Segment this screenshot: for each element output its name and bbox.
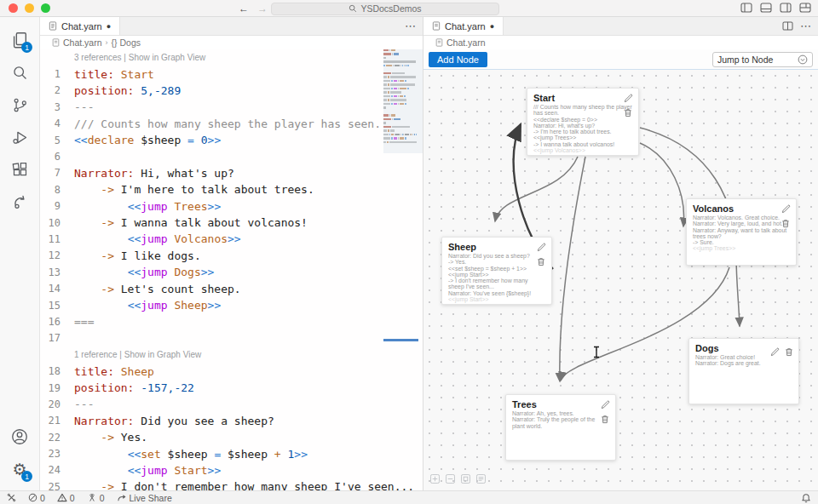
code-line[interactable]: 19position: -157,-22 bbox=[40, 380, 383, 396]
extensions-icon[interactable] bbox=[6, 153, 33, 186]
source-control-icon[interactable] bbox=[6, 89, 33, 121]
node-body-line: Narrator: Did you see a sheep? bbox=[448, 253, 545, 259]
code-line[interactable]: 16=== bbox=[40, 313, 383, 329]
overview-ruler-cursor-marker bbox=[383, 339, 418, 341]
delete-node-icon[interactable] bbox=[785, 347, 793, 357]
more-actions-icon[interactable]: ⋯ bbox=[800, 20, 811, 32]
codelens-link[interactable]: 1 reference | Show in Graph View bbox=[74, 350, 201, 359]
settings-gear-icon[interactable]: ⚙ 1 bbox=[6, 453, 33, 485]
toggle-secondary-sidebar-icon[interactable] bbox=[780, 3, 792, 13]
problems-errors[interactable]: 0 bbox=[28, 493, 45, 503]
customize-layout-icon[interactable] bbox=[799, 3, 811, 13]
vscode-window: ← → YSDocsDemos 1 bbox=[0, 0, 818, 504]
graph-node-start[interactable]: Start/// Counts how many sheep the playe… bbox=[527, 88, 639, 156]
graph-node-sheep[interactable]: SheepNarrator: Did you see a sheep?-> Ye… bbox=[441, 237, 552, 305]
close-window-button[interactable] bbox=[9, 3, 18, 13]
minimize-window-button[interactable] bbox=[25, 3, 34, 13]
code-line[interactable]: 10 -> I wanna talk about volcanos! bbox=[40, 215, 383, 231]
dirty-indicator-icon[interactable]: ● bbox=[107, 22, 111, 31]
more-actions-icon[interactable]: ⋯ bbox=[405, 20, 416, 32]
code-line[interactable]: 21Narrator: Did you see a sheep? bbox=[40, 413, 383, 429]
jump-to-node-dropdown[interactable]: Jump to Node bbox=[712, 52, 813, 67]
code-line[interactable]: 9 <<jump Trees>> bbox=[40, 198, 383, 215]
fit-view-icon[interactable] bbox=[461, 474, 470, 484]
edit-node-icon[interactable] bbox=[781, 204, 791, 214]
codelens-row[interactable]: 3 references | Show in Graph View bbox=[40, 49, 383, 66]
breadcrumb-file[interactable]: Chat.yarn bbox=[446, 37, 486, 48]
graph-edge-start-to-sheep[interactable] bbox=[495, 157, 578, 221]
add-node-button[interactable]: Add Node bbox=[429, 52, 487, 67]
edit-node-icon[interactable] bbox=[624, 94, 633, 103]
yarn-file-icon bbox=[435, 38, 443, 47]
toggle-sidebar-icon[interactable] bbox=[740, 3, 752, 13]
code-text: --- bbox=[74, 398, 94, 410]
line-number: 14 bbox=[40, 283, 60, 295]
edit-node-icon[interactable] bbox=[537, 243, 546, 252]
auto-layout-icon[interactable] bbox=[476, 474, 486, 484]
code-line[interactable]: 4/// Counts how many sheep the player ha… bbox=[40, 116, 383, 132]
graph-edge-start-to-trees[interactable] bbox=[560, 157, 585, 381]
code-line[interactable]: 12 -> I like dogs. bbox=[40, 248, 383, 264]
split-editor-icon[interactable] bbox=[782, 21, 793, 31]
code-line[interactable]: 20--- bbox=[40, 396, 383, 412]
zoom-in-icon[interactable] bbox=[430, 474, 440, 484]
code-line[interactable]: 22 -> Yes. bbox=[40, 429, 383, 445]
zoom-out-icon[interactable] bbox=[446, 474, 455, 484]
graph-edge-start-to-volcanos[interactable] bbox=[640, 143, 684, 226]
notifications-bell-icon[interactable] bbox=[801, 493, 811, 503]
navigate-forward-icon[interactable]: → bbox=[257, 3, 268, 14]
graph-node-dogs[interactable]: DogsNarrator: Great choice!Narrator: Dog… bbox=[688, 338, 799, 404]
tab-chat-yarn-left[interactable]: Chat.yarn ● bbox=[40, 17, 120, 35]
yarn-spinner-icon[interactable] bbox=[6, 186, 33, 218]
code-line[interactable]: 15 <<jump Sheep>> bbox=[40, 297, 383, 313]
code-text: /// Counts how many sheep the player has… bbox=[74, 117, 381, 130]
breadcrumb-symbol[interactable]: {} Dogs bbox=[112, 37, 141, 48]
breadcrumb-file[interactable]: Chat.yarn bbox=[63, 37, 102, 48]
code-line[interactable]: 3--- bbox=[40, 99, 383, 115]
code-line[interactable]: 5<<declare $sheep = 0>> bbox=[40, 132, 383, 148]
minimap-slider[interactable] bbox=[383, 49, 423, 153]
code-line[interactable]: 11 <<jump Volcanos>> bbox=[40, 231, 383, 247]
code-line[interactable]: 8 -> I'm here to talk about trees. bbox=[40, 181, 383, 198]
search-view-icon[interactable] bbox=[6, 56, 33, 89]
navigate-back-icon[interactable]: ← bbox=[239, 3, 249, 14]
edit-node-icon[interactable] bbox=[601, 400, 610, 410]
code-line[interactable]: 23 <<set $sheep = $sheep + 1>> bbox=[40, 445, 383, 461]
code-line[interactable]: 18title: Sheep bbox=[40, 363, 383, 379]
code-text: -> Let's count sheep. bbox=[74, 283, 241, 295]
code-line[interactable]: 6 bbox=[40, 148, 383, 164]
code-line[interactable]: 1title: Start bbox=[40, 66, 383, 82]
delete-node-icon[interactable] bbox=[601, 415, 609, 424]
delete-node-icon[interactable] bbox=[624, 108, 632, 117]
graph-node-trees[interactable]: TreesNarrator: Ah, yes, trees.Narrator: … bbox=[505, 394, 616, 461]
tab-chat-yarn-right[interactable]: Chat.yarn ● bbox=[423, 17, 504, 35]
code-line[interactable]: 7Narrator: Hi, what's up? bbox=[40, 165, 383, 181]
code-line[interactable]: 2position: 5,-289 bbox=[40, 83, 383, 99]
remote-indicator[interactable] bbox=[7, 493, 16, 502]
codelens-link[interactable]: 3 references | Show in Graph View bbox=[74, 53, 205, 62]
explorer-icon[interactable]: 1 bbox=[6, 24, 33, 56]
accounts-icon[interactable] bbox=[6, 421, 33, 453]
code-editor[interactable]: 3 references | Show in Graph View1title:… bbox=[40, 49, 423, 490]
dirty-indicator-icon[interactable]: ● bbox=[490, 22, 494, 31]
code-line[interactable]: 24 <<jump Start>> bbox=[40, 462, 383, 478]
run-debug-icon[interactable] bbox=[6, 121, 33, 153]
delete-node-icon[interactable] bbox=[537, 257, 545, 266]
breadcrumb: Chat.yarn › {} Dogs bbox=[40, 36, 423, 49]
live-share-item[interactable]: Live Share bbox=[117, 493, 172, 503]
code-line[interactable]: 13 <<jump Dogs>> bbox=[40, 264, 383, 280]
ports-indicator[interactable]: 0 bbox=[87, 493, 105, 503]
code-line[interactable]: 25 -> I don't remember how many sheep I'… bbox=[40, 478, 383, 490]
codelens-row[interactable]: 1 reference | Show in Graph View bbox=[40, 346, 383, 363]
edit-node-icon[interactable] bbox=[770, 347, 780, 357]
delete-node-icon[interactable] bbox=[781, 219, 790, 228]
command-center-search[interactable]: YSDocsDemos bbox=[271, 3, 499, 15]
graph-canvas[interactable]: Start/// Counts how many sheep the playe… bbox=[423, 70, 818, 490]
toggle-panel-icon[interactable] bbox=[760, 3, 772, 13]
error-count: 0 bbox=[40, 493, 45, 503]
problems-warnings[interactable]: 0 bbox=[57, 493, 75, 503]
graph-node-volcanos[interactable]: VolcanosNarrator: Volcanos. Great choice… bbox=[686, 198, 797, 266]
zoom-window-button[interactable] bbox=[41, 3, 50, 13]
code-line[interactable]: 17 bbox=[40, 330, 383, 346]
code-line[interactable]: 14 -> Let's count sheep. bbox=[40, 280, 383, 296]
